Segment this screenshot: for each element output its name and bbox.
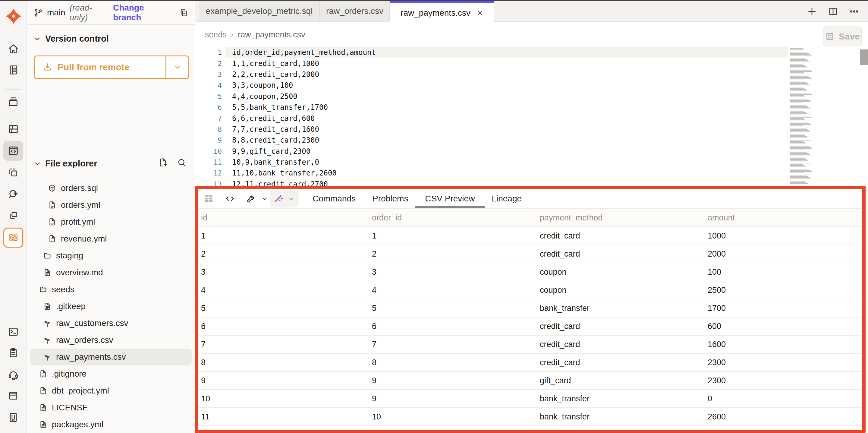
bottom-tab-Problems[interactable]: Problems [373,194,408,204]
split-view-icon[interactable] [828,6,838,17]
table-cell: 7 [198,340,369,349]
plus-icon[interactable] [807,6,817,17]
line-number: 8 [195,125,222,133]
line-text: 2,2,credit_card,2000 [232,70,319,79]
tab-raw_payments.csv[interactable]: raw_payments.csv [390,1,494,22]
table-row-6[interactable]: 66credit_card600 [198,318,862,336]
docs-book-icon[interactable] [3,386,23,406]
change-branch-link[interactable]: Change branch [113,3,173,22]
table-row-10[interactable]: 109bank_transfer0 [198,390,862,408]
file-item-dbt_project.yml[interactable]: dbt_project.yml [30,382,192,399]
pull-options-caret[interactable] [165,56,188,78]
notebook-icon[interactable] [3,60,23,80]
rail-divider [5,115,22,115]
chevron-down-icon[interactable] [287,195,295,203]
file-item-label: packages.yml [52,420,103,429]
annotation-highlight-box: CommandsProblemsCSV PreviewLineage idord… [195,186,866,433]
magic-wand-icon[interactable] [273,193,284,204]
code-editor-icon[interactable] [3,141,23,161]
file-item-seeds[interactable]: seeds [30,281,192,298]
table-icon[interactable] [204,193,214,204]
code-icon[interactable] [224,193,236,204]
column-header-order_id[interactable]: order_id [369,213,537,223]
dbt-copilot-atom-icon[interactable] [3,228,23,248]
file-item-.gitignore[interactable]: .gitignore [30,366,192,382]
file-item-raw_customers.csv[interactable]: raw_customers.csv [30,315,192,332]
code-line-3[interactable]: 32,2,credit_card,2000 [195,69,788,80]
window-copy-icon[interactable] [3,163,23,182]
terminal-icon[interactable] [3,322,23,342]
breadcrumb-file[interactable]: raw_payments.csv [238,30,305,39]
column-header-payment_method[interactable]: payment_method [537,213,705,223]
clipboard-icon[interactable] [3,343,23,363]
file-item-.gitkeep[interactable]: .gitkeep [30,298,192,315]
table-row-11[interactable]: 1110bank_transfer2600 [198,408,862,426]
code-line-7[interactable]: 76,6,credit_card,600 [195,113,788,124]
file-item-profit.yml[interactable]: profit.yml [30,213,192,230]
table-cell: 8 [198,358,369,367]
table-row-8[interactable]: 88credit_card2300 [198,354,862,372]
file-item-raw_orders.csv[interactable]: raw_orders.csv [30,332,192,349]
file-item-label: raw_customers.csv [56,318,128,328]
file-explorer-section[interactable]: File explorer [33,158,97,169]
rail-divider [5,89,22,90]
code-line-6[interactable]: 65,5,bank_transfer,1700 [195,102,788,113]
table-row-7[interactable]: 77credit_card1600 [198,336,862,354]
table-row-3[interactable]: 33coupon100 [198,263,862,281]
code-line-11[interactable]: 1110,9,bank_transfer,0 [195,157,788,168]
file-item-orders.sql[interactable]: orders.sql [30,180,192,197]
table-cell: credit_card [537,358,705,367]
file-item-raw_payments.csv[interactable]: raw_payments.csv [30,349,192,366]
bottom-tab-Lineage[interactable]: Lineage [492,194,522,204]
code-line-1[interactable]: 1id,order_id,payment_method,amount [195,47,788,58]
table-row-9[interactable]: 99gift_card2300 [198,372,862,390]
wrench-icon[interactable] [246,193,256,204]
ellipsis-icon[interactable] [849,6,860,17]
search-icon[interactable] [177,157,187,168]
file-item-LICENSE[interactable]: LICENSE [30,399,192,416]
close-icon[interactable] [476,9,484,17]
table-row-2[interactable]: 22credit_card2000 [198,245,862,263]
table-row-1[interactable]: 11credit_card1000 [198,227,862,245]
search-insights-icon[interactable] [3,184,23,204]
chevron-down-icon[interactable] [261,195,269,203]
code-line-10[interactable]: 109,9,gift_card,2300 [195,146,788,157]
windows-overlap-icon[interactable] [3,206,23,226]
file-item-overview.md[interactable]: overview.md [30,264,192,281]
file-item-staging[interactable]: staging [30,247,192,264]
file-item-label: orders.sql [61,183,98,193]
file-item-packages.yml[interactable]: packages.yml [30,416,192,433]
pull-from-remote-button[interactable]: Pull from remote [34,56,189,79]
bottom-tab-Commands[interactable]: Commands [313,194,355,204]
new-file-icon[interactable] [158,157,168,168]
breadcrumb-folder[interactable]: seeds [205,30,227,39]
column-header-id[interactable]: id [198,213,369,223]
line-number: 7 [195,115,222,122]
tab-example_develop_metric.sql[interactable]: example_develop_metric.sql [199,1,320,21]
archive-icon[interactable] [3,92,23,112]
editor-scrollbar-thumb[interactable] [860,50,868,65]
minimap[interactable] [789,48,814,184]
home-icon[interactable] [3,39,23,59]
organization-building-icon[interactable] [3,407,23,427]
code-line-12[interactable]: 1211,10,bank_transfer,2600 [195,168,788,178]
file-item-revenue.yml[interactable]: revenue.yml [30,230,192,247]
code-line-5[interactable]: 54,4,coupon,2500 [195,91,788,102]
save-button[interactable]: Save [823,27,862,47]
code-line-4[interactable]: 43,3,coupon,100 [195,80,788,91]
bottom-tab-CSV Preview[interactable]: CSV Preview [425,194,475,204]
code-line-8[interactable]: 87,7,credit_card,1600 [195,124,788,135]
table-row-4[interactable]: 44coupon2500 [198,281,862,299]
tab-raw_orders.csv[interactable]: raw_orders.csv [320,1,390,21]
table-row-5[interactable]: 55bank_transfer1700 [198,299,862,318]
layout-bricks-icon[interactable] [3,119,23,139]
code-editor[interactable]: 1id,order_id,payment_method,amount21,1,c… [195,47,868,188]
headset-icon[interactable] [3,365,23,384]
copy-icon[interactable] [179,7,189,18]
column-header-amount[interactable]: amount [705,213,862,223]
dbt-logo-icon[interactable] [5,8,22,25]
code-line-9[interactable]: 98,8,credit_card,2300 [195,135,788,146]
version-control-section[interactable]: Version control [33,34,109,44]
file-item-orders.yml[interactable]: orders.yml [30,197,192,213]
code-line-2[interactable]: 21,1,credit_card,1000 [195,58,788,69]
